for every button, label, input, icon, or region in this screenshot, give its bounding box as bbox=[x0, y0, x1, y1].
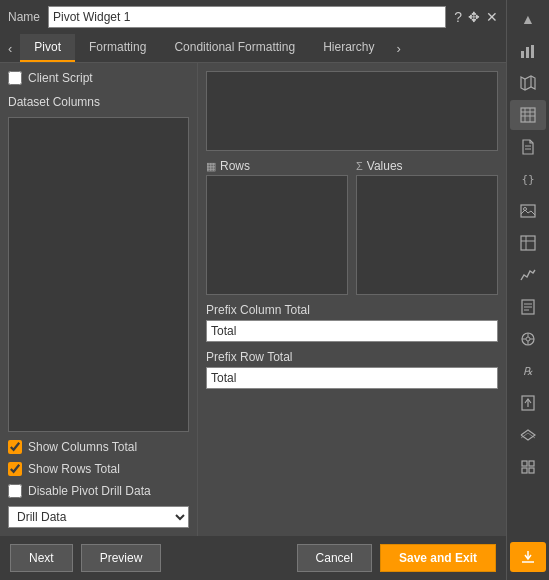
cancel-button[interactable]: Cancel bbox=[297, 544, 372, 572]
footer: Next Preview Cancel Save and Exit bbox=[0, 536, 506, 580]
svg-rect-33 bbox=[529, 468, 534, 473]
name-label: Name bbox=[8, 10, 40, 24]
prefix-column-total-label: Prefix Column Total bbox=[206, 303, 498, 317]
preview-button[interactable]: Preview bbox=[81, 544, 162, 572]
rows-label: Rows bbox=[220, 159, 250, 173]
svg-point-23 bbox=[526, 337, 530, 341]
prefix-row-total-label: Prefix Row Total bbox=[206, 350, 498, 364]
sidebar-report-icon[interactable] bbox=[510, 292, 546, 322]
help-icon[interactable]: ? bbox=[454, 9, 462, 25]
sidebar-up-arrow-icon[interactable]: ▲ bbox=[510, 4, 546, 34]
rows-icon: ▦ bbox=[206, 160, 216, 173]
sidebar-pivot-table-icon[interactable] bbox=[510, 100, 546, 130]
sidebar-rx-icon[interactable]: ℞ bbox=[510, 356, 546, 386]
svg-rect-30 bbox=[522, 461, 527, 466]
show-rows-total-label: Show Rows Total bbox=[28, 462, 120, 476]
tab-forward-arrow[interactable]: › bbox=[388, 35, 408, 62]
save-exit-button[interactable]: Save and Exit bbox=[380, 544, 496, 572]
move-icon[interactable]: ✥ bbox=[468, 9, 480, 25]
left-panel: Client Script Dataset Columns Show Colum… bbox=[0, 63, 198, 536]
values-icon: Σ bbox=[356, 160, 363, 172]
widget-name-input[interactable] bbox=[48, 6, 446, 28]
dataset-columns-label: Dataset Columns bbox=[8, 95, 189, 109]
sidebar-chart-bar-icon[interactable] bbox=[510, 36, 546, 66]
right-panel: ▦ Rows Σ Values Prefix Column Total bbox=[198, 63, 506, 536]
sidebar-download-icon[interactable] bbox=[510, 542, 546, 572]
client-script-label: Client Script bbox=[28, 71, 93, 85]
dataset-columns-box bbox=[8, 117, 189, 432]
top-drop-zones bbox=[206, 71, 498, 151]
prefix-column-total-input[interactable] bbox=[206, 320, 498, 342]
show-columns-total-label: Show Columns Total bbox=[28, 440, 137, 454]
sidebar-upload-icon[interactable] bbox=[510, 388, 546, 418]
show-columns-total-row: Show Columns Total bbox=[8, 440, 189, 454]
values-label: Values bbox=[367, 159, 403, 173]
client-script-row: Client Script bbox=[8, 71, 189, 85]
hyperlink-row: Drill Data Option 2 Option 3 bbox=[8, 506, 189, 528]
svg-marker-3 bbox=[521, 76, 535, 90]
client-script-checkbox[interactable] bbox=[8, 71, 22, 85]
sidebar-code-icon[interactable]: {} bbox=[510, 164, 546, 194]
show-rows-total-checkbox[interactable] bbox=[8, 462, 22, 476]
next-button[interactable]: Next bbox=[10, 544, 73, 572]
sidebar-grid2-icon[interactable] bbox=[510, 452, 546, 482]
header-icons: ? ✥ ✕ bbox=[454, 9, 498, 25]
svg-rect-13 bbox=[521, 205, 535, 217]
sidebar-image-icon[interactable] bbox=[510, 196, 546, 226]
svg-rect-32 bbox=[522, 468, 527, 473]
content-area: Client Script Dataset Columns Show Colum… bbox=[0, 63, 506, 536]
disable-pivot-drill-row: Disable Pivot Drill Data bbox=[8, 484, 189, 498]
values-drop-zone[interactable] bbox=[356, 175, 498, 295]
sidebar-network-icon[interactable] bbox=[510, 324, 546, 354]
sidebar-map-icon[interactable] bbox=[510, 68, 546, 98]
sidebar-pivot-icon[interactable] bbox=[510, 228, 546, 258]
svg-rect-2 bbox=[531, 45, 534, 58]
sidebar-layers-icon[interactable] bbox=[510, 420, 546, 450]
values-zone: Σ Values bbox=[356, 159, 498, 295]
svg-rect-31 bbox=[529, 461, 534, 466]
tab-back-arrow[interactable]: ‹ bbox=[0, 35, 20, 62]
options-area: Show Columns Total Show Rows Total Disab… bbox=[8, 440, 189, 528]
prefix-column-total-group: Prefix Column Total bbox=[206, 303, 498, 342]
right-sidebar: ▲ {} bbox=[506, 0, 549, 580]
middle-drop-zones: ▦ Rows Σ Values bbox=[206, 159, 498, 295]
disable-pivot-drill-checkbox[interactable] bbox=[8, 484, 22, 498]
close-icon[interactable]: ✕ bbox=[486, 9, 498, 25]
prefix-row-total-input[interactable] bbox=[206, 367, 498, 389]
svg-rect-0 bbox=[521, 51, 524, 58]
rows-zone: ▦ Rows bbox=[206, 159, 348, 295]
sidebar-document-icon[interactable] bbox=[510, 132, 546, 162]
tab-hierarchy[interactable]: Hierarchy bbox=[309, 34, 388, 62]
svg-rect-6 bbox=[521, 108, 535, 122]
svg-rect-1 bbox=[526, 47, 529, 58]
columns-drop-zone[interactable] bbox=[206, 71, 498, 151]
sidebar-chart-line-icon[interactable] bbox=[510, 260, 546, 290]
header: Name ? ✥ ✕ bbox=[0, 0, 506, 34]
rows-drop-zone[interactable] bbox=[206, 175, 348, 295]
tab-formatting[interactable]: Formatting bbox=[75, 34, 160, 62]
tab-pivot[interactable]: Pivot bbox=[20, 34, 75, 62]
hyperlink-select[interactable]: Drill Data Option 2 Option 3 bbox=[8, 506, 189, 528]
show-rows-total-row: Show Rows Total bbox=[8, 462, 189, 476]
tab-conditional-formatting[interactable]: Conditional Formatting bbox=[160, 34, 309, 62]
svg-rect-15 bbox=[521, 236, 535, 250]
disable-pivot-drill-label: Disable Pivot Drill Data bbox=[28, 484, 151, 498]
prefix-row-total-group: Prefix Row Total bbox=[206, 350, 498, 389]
show-columns-total-checkbox[interactable] bbox=[8, 440, 22, 454]
tabs-bar: ‹ Pivot Formatting Conditional Formattin… bbox=[0, 34, 506, 63]
